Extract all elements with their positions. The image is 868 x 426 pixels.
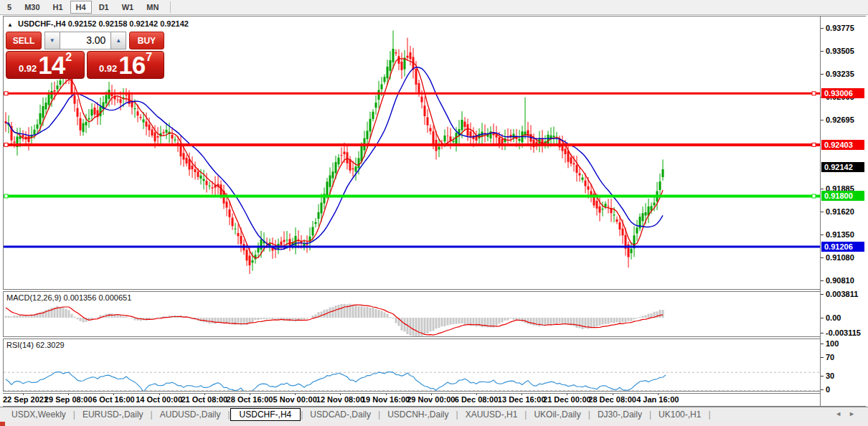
- time-axis-label: 13 Dec 16:00: [498, 395, 546, 404]
- tab-separator: |: [708, 410, 710, 420]
- time-axis[interactable]: 22 Sep 202129 Sep 08:006 Oct 16:0014 Oct…: [3, 392, 820, 406]
- timeframe-toolbar: 5M30H1H4D1W1MN: [0, 0, 868, 15]
- price-tick-label: 0.93505: [826, 47, 854, 55]
- macd-tick-mark: [821, 318, 824, 318]
- time-axis-label: 14 Oct 00:00: [136, 395, 182, 404]
- rsi-line: [6, 372, 666, 392]
- price-tick-mark: [821, 235, 824, 235]
- ohlc-open: 0.92152: [68, 19, 97, 28]
- time-axis-label: 21 Dec 00:00: [543, 395, 591, 404]
- time-axis-label: 28 Oct 16:00: [227, 395, 273, 404]
- price-tick-mark: [821, 257, 824, 258]
- panel-separator[interactable]: [3, 391, 866, 394]
- time-axis-label: 22 Sep 2021: [3, 395, 48, 404]
- time-axis-label: 6 Oct 16:00: [93, 395, 135, 404]
- chart-tab-xauusd[interactable]: XAUUSD-,H1: [458, 408, 525, 421]
- panel-separator[interactable]: [3, 289, 866, 292]
- sell-button[interactable]: SELL: [6, 32, 42, 49]
- chart-tab-audusd[interactable]: AUDUSD-,Daily: [153, 408, 228, 421]
- time-axis-label: 12 Nov 08:00: [316, 395, 364, 404]
- price-tick-label: 0.91620: [826, 207, 854, 216]
- timeframe-button-h4[interactable]: H4: [70, 1, 92, 14]
- timeframe-button-w1[interactable]: W1: [116, 1, 140, 14]
- chart-tab-eurusd[interactable]: EURUSD-,Daily: [75, 408, 151, 421]
- price-tick-mark: [821, 120, 824, 120]
- chart-tab-uk100[interactable]: UK100-,H1: [651, 408, 708, 421]
- volume-input[interactable]: 3.00: [60, 32, 111, 49]
- rsi-tick-label: 100: [826, 339, 839, 348]
- price-tick-mark: [821, 51, 824, 52]
- timeframe-button-5[interactable]: 5: [1, 1, 17, 14]
- tab-scroll-arrows[interactable]: ◄►: [835, 410, 862, 417]
- time-axis-label: 5 Nov 00:00: [273, 395, 317, 404]
- rsi-tick-mark: [821, 376, 824, 377]
- ohlc-close: 0.92142: [160, 19, 189, 28]
- price-axis[interactable]: 0.937750.935050.932350.929650.926950.918…: [820, 16, 867, 406]
- time-axis-label: 21 Oct 08:00: [181, 395, 227, 404]
- price-tick-label: 0.91350: [826, 230, 854, 239]
- chart-tab-ukoil[interactable]: UKOil-,Daily: [527, 408, 588, 421]
- price-tick-label: 0.92695: [826, 115, 854, 124]
- sell-price-big: 14: [38, 55, 65, 76]
- time-axis-label: 29 Nov 00:00: [407, 395, 455, 404]
- time-axis-label: 29 Sep 08:00: [44, 395, 93, 404]
- chart-tab-dj30[interactable]: DJ30-,Daily: [590, 408, 649, 421]
- level-handle[interactable]: [812, 143, 816, 146]
- buy-price-big: 16: [118, 55, 145, 76]
- time-axis-label: 28 Dec 08:00: [588, 395, 636, 404]
- toolbar-separator: [170, 1, 171, 13]
- macd-tick-mark: [821, 294, 824, 295]
- bottom-strip: [0, 422, 868, 426]
- price-badge-0.92142: 0.92142: [821, 162, 864, 172]
- macd-tick-label: 0.00: [826, 313, 841, 322]
- panel-separator[interactable]: [3, 336, 866, 339]
- chart-tab-usdcad[interactable]: USDCAD-,Daily: [303, 408, 378, 421]
- buy-button[interactable]: BUY: [129, 32, 164, 49]
- rsi-tick-mark: [821, 389, 824, 390]
- rsi-tick-label: 70: [826, 353, 834, 361]
- tab-scroll-right-icon[interactable]: ►: [849, 410, 862, 417]
- time-axis-label: 4 Jan 16:00: [636, 395, 679, 404]
- volume-increase-button[interactable]: ▲: [110, 32, 126, 49]
- one-click-trade-panel: SELL ▼ 3.00 ▲ BUY 0.92 14 2 0.92 16: [6, 32, 164, 79]
- macd-histogram: [6, 304, 663, 336]
- sell-price-base: 0.92: [19, 64, 37, 73]
- price-badge-0.91206: 0.91206: [821, 242, 864, 252]
- timeframe-button-m30[interactable]: M30: [19, 1, 45, 14]
- chart-tab-usdchf[interactable]: USDCHF-,H4: [230, 408, 301, 421]
- timeframe-button-h1[interactable]: H1: [47, 1, 69, 14]
- rsi-tick-mark: [821, 357, 824, 358]
- level-handle[interactable]: [812, 194, 816, 198]
- bottom-strip-fragment: [0, 422, 5, 426]
- timeframe-button-mn[interactable]: MN: [141, 1, 164, 14]
- level-handle[interactable]: [4, 92, 8, 95]
- level-handle[interactable]: [4, 194, 8, 198]
- buy-price-tile[interactable]: 0.92 16 7: [87, 51, 164, 79]
- tab-scroll-left-icon[interactable]: ◄: [835, 410, 849, 417]
- level-handle[interactable]: [4, 143, 8, 146]
- sell-price-sup: 2: [65, 52, 72, 63]
- candles-down-bodies: [6, 52, 628, 265]
- rsi-tick-label: 30: [826, 371, 834, 380]
- time-axis-label: 19 Nov 16:00: [362, 395, 410, 404]
- rsi-canvas[interactable]: [4, 339, 820, 391]
- collapse-arrow-icon[interactable]: ▲: [7, 22, 13, 28]
- price-tick-mark: [821, 28, 824, 29]
- buy-price-sup: 7: [146, 52, 152, 63]
- price-badge-0.92403: 0.92403: [821, 140, 864, 150]
- timeframe-button-d1[interactable]: D1: [93, 1, 115, 14]
- volume-decrease-button[interactable]: ▼: [44, 32, 60, 49]
- price-tick-label: 0.93235: [826, 70, 854, 78]
- rsi-tick-label: 0: [826, 385, 830, 394]
- price-badge-0.93006: 0.93006: [821, 88, 864, 98]
- macd-tick-label: 0.003811: [826, 290, 858, 298]
- spin-up-icon: ▲: [115, 37, 121, 44]
- price-tick-mark: [821, 280, 824, 281]
- macd-label: MACD(12,26,9) 0.001356 0.000651: [6, 293, 131, 302]
- sell-price-tile[interactable]: 0.92 14 2: [6, 51, 85, 79]
- level-handle[interactable]: [812, 92, 816, 95]
- chart-tab-usdx[interactable]: USDX,Weekly: [4, 408, 73, 421]
- ohlc-low: 0.92142: [129, 19, 158, 28]
- macd-tick-label: -0.003115: [826, 328, 861, 337]
- chart-tab-usdcnh[interactable]: USDCNH-,Daily: [380, 408, 456, 421]
